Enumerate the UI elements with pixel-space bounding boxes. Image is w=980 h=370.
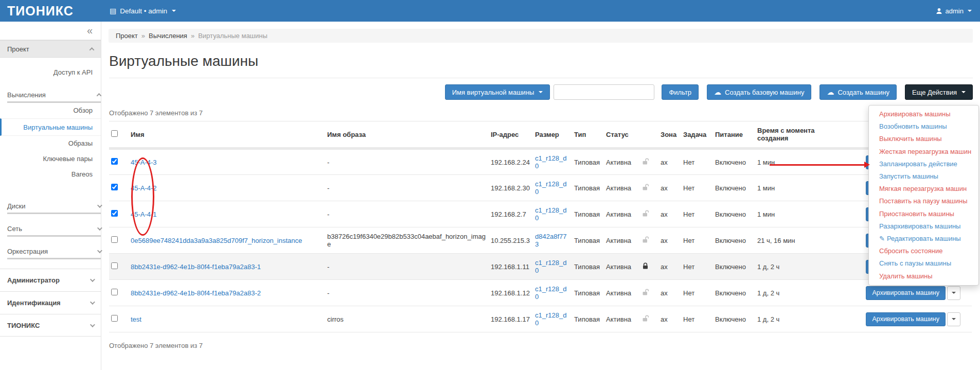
menu-item-Мягкая перезагрузка машин[interactable]: Мягкая перезагрузка машин — [869, 183, 978, 195]
lock-state-cell — [642, 201, 661, 227]
sidebar-item-Bareos[interactable]: Bareos — [0, 167, 101, 182]
sidebar-item-Образы[interactable]: Образы — [0, 136, 101, 151]
menu-item-Запланировать действие[interactable]: Запланировать действие — [869, 158, 978, 170]
lock-open-icon — [642, 210, 650, 219]
task-cell: Нет — [683, 280, 715, 306]
menu-item-Снять с паузы машины[interactable]: Снять с паузы машины — [869, 257, 978, 270]
cloud-upload-icon: ☁ — [827, 89, 834, 96]
sidebar-group-Сеть[interactable]: Сеть — [7, 222, 101, 237]
menu-item-Запустить машины[interactable]: Запустить машины — [869, 170, 978, 183]
row-checkbox[interactable] — [111, 158, 118, 165]
uptime-cell: 1 д, 2 ч — [757, 306, 824, 332]
menu-item-Разархивировать машины[interactable]: Разархивировать машины — [869, 220, 978, 233]
column-header-IP-адрес[interactable]: IP-адрес — [491, 121, 535, 149]
vm-name-link[interactable]: 8bb2431e-d962-4e1b-80f4-f1eba79a2a83-1 — [131, 263, 261, 271]
flavor-link[interactable]: c1_r128_d0 — [535, 206, 566, 222]
sidebar-item-Доступ к API[interactable]: Доступ к API — [0, 65, 101, 80]
vm-name-cell: 8bb2431e-d962-4e1b-80f4-f1eba79a2a83-2 — [131, 280, 327, 306]
uptime-cell: 1 мин — [757, 175, 824, 201]
lock-state-cell — [642, 306, 661, 332]
filter-button[interactable]: Фильтр — [662, 84, 699, 100]
vm-name-link[interactable]: test — [131, 315, 141, 323]
sidebar-group-Диски[interactable]: Диски — [7, 200, 101, 214]
sidebar-section-Администратор[interactable]: Администратор — [0, 269, 101, 291]
task-cell: Нет — [683, 201, 715, 227]
menu-item-Выключить машины[interactable]: Выключить машины — [869, 133, 978, 145]
task-cell: Нет — [683, 227, 715, 254]
more-actions-menu: Архивировать машиныВозобновить машиныВык… — [868, 105, 979, 286]
sidebar-item-Виртуальные машины[interactable]: Виртуальные машины — [0, 118, 101, 136]
user-menu[interactable]: admin — [936, 7, 980, 15]
archive-vm-button[interactable]: Архивировать машину — [866, 312, 946, 326]
sidebar-item-Ключевые пары[interactable]: Ключевые пары — [0, 151, 101, 167]
row-checkbox[interactable] — [111, 184, 118, 190]
image-name-cell: - — [327, 149, 491, 175]
menu-item-Приостановить машины[interactable]: Приостановить машины — [869, 208, 978, 220]
breadcrumb-item[interactable]: Проект — [116, 32, 138, 40]
table-summary-top: Отображено 7 элементов из 7 — [109, 109, 973, 117]
sidebar: « ПроектДоступ к APIВычисленияОбзорВирту… — [0, 22, 101, 370]
vm-name-link[interactable]: 8bb2431e-d962-4e1b-80f4-f1eba79a2a83-2 — [131, 289, 261, 297]
flavor-link[interactable]: c1_r128_d0 — [535, 285, 566, 301]
sidebar-section-ТИОНИКС[interactable]: ТИОНИКС — [0, 314, 101, 337]
lock-open-icon — [642, 158, 650, 167]
menu-item-Жесткая перезагрузка машин[interactable]: Жесткая перезагрузка машин — [869, 146, 978, 158]
sidebar-group-label: Сеть — [7, 225, 22, 233]
menu-item-Редактировать машины[interactable]: ✎Редактировать машины — [869, 233, 978, 245]
flavor-link[interactable]: c1_r128_d0 — [535, 259, 566, 274]
sidebar-group-label: Оркестрация — [7, 248, 48, 255]
more-actions-button[interactable]: Еще Действия — [905, 84, 973, 100]
search-input[interactable] — [554, 84, 654, 100]
sidebar-panel-header-Проект[interactable]: Проект — [0, 40, 101, 58]
menu-item-Удалить машины[interactable]: Удалить машины — [869, 270, 978, 283]
row-checkbox[interactable] — [111, 262, 118, 269]
create-vm-button[interactable]: ☁ Создать машину — [819, 84, 897, 100]
status-cell: Активна — [606, 201, 642, 227]
column-header-Питание[interactable]: Питание — [715, 121, 757, 149]
flavor-link[interactable]: d842a8f773 — [535, 233, 566, 248]
menu-item-Архивировать машины[interactable]: Архивировать машины — [869, 108, 978, 120]
type-cell: Типовая — [574, 201, 606, 227]
archive-vm-button[interactable]: Архивировать машину — [866, 286, 946, 300]
menu-item-Возобновить машины[interactable]: Возобновить машины — [869, 120, 978, 133]
image-name-cell: - — [327, 175, 491, 201]
sidebar-item-Обзор[interactable]: Обзор — [0, 103, 101, 118]
column-header-Задача[interactable]: Задача — [683, 121, 715, 149]
column-header-Тип[interactable]: Тип — [574, 121, 606, 149]
create-base-vm-button[interactable]: ☁ Создать базовую машину — [707, 84, 811, 100]
column-header-Статус[interactable]: Статус — [606, 121, 642, 149]
sidebar-collapse-button[interactable]: « — [0, 22, 101, 40]
vm-name-link[interactable]: 45-A-4-1 — [131, 210, 157, 218]
flavor-link[interactable]: c1_r128_d0 — [535, 154, 566, 170]
flavor-link[interactable]: c1_r128_d0 — [535, 311, 566, 327]
select-all-checkbox[interactable] — [111, 130, 118, 137]
column-header-Размер[interactable]: Размер — [535, 121, 574, 149]
table-header-row: ИмяИмя образаIP-адресРазмерТипСтатусЗона… — [109, 121, 972, 149]
sidebar-group-Вычисления[interactable]: Вычисления — [7, 89, 101, 103]
menu-item-Сбросить состояние[interactable]: Сбросить состояние — [869, 245, 978, 257]
column-header-Время с момента создания[interactable]: Время с момента создания — [757, 121, 824, 149]
row-checkbox[interactable] — [111, 236, 118, 243]
sidebar-group-Оркестрация[interactable]: Оркестрация — [7, 245, 101, 259]
sidebar-group-label: Диски — [7, 202, 26, 210]
project-context-switcher[interactable]: ▤ Default • admin — [110, 7, 176, 15]
row-actions-toggle[interactable] — [947, 286, 960, 300]
sidebar-section-Идентификация[interactable]: Идентификация — [0, 291, 101, 314]
vm-name-link[interactable]: 45-A-4-3 — [131, 158, 157, 166]
vm-name-link[interactable]: 0e5689ee748241dda3a9a3a825d709f7_horizon… — [131, 237, 302, 244]
filter-field-dropdown[interactable]: Имя виртуальной машины — [445, 84, 550, 100]
vm-name-link[interactable]: 45-A-4-2 — [131, 184, 157, 192]
status-cell: Активна — [606, 175, 642, 201]
menu-item-Поставить на паузу машины[interactable]: Поставить на паузу машины — [869, 195, 978, 207]
column-header-Имя[interactable]: Имя — [131, 121, 327, 149]
row-checkbox[interactable] — [111, 315, 118, 322]
row-checkbox[interactable] — [111, 210, 118, 217]
flavor-link[interactable]: c1_r128_d0 — [535, 180, 566, 196]
breadcrumb-item[interactable]: Вычисления — [149, 32, 187, 40]
column-header-Зона[interactable]: Зона — [661, 121, 683, 149]
row-actions-toggle[interactable] — [947, 312, 960, 326]
page-title: Виртуальные машины — [109, 53, 980, 69]
chevron-down-icon — [968, 10, 972, 12]
row-checkbox[interactable] — [111, 289, 118, 295]
column-header-Имя образа[interactable]: Имя образа — [327, 121, 491, 149]
